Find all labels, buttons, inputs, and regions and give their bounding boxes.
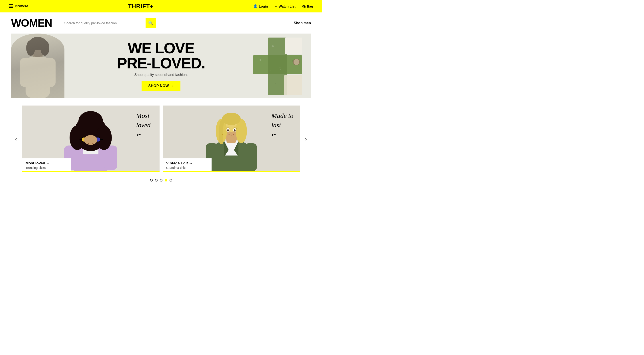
carousel-next-button[interactable]: › xyxy=(303,136,309,142)
search-row: WOMEN 🔍 Shop men xyxy=(0,12,322,34)
svg-point-16 xyxy=(78,111,103,131)
search-icon: 🔍 xyxy=(148,21,153,26)
svg-rect-3 xyxy=(44,58,56,87)
svg-rect-25 xyxy=(245,143,257,171)
carousel-card-vintage[interactable]: Made to last ↙ Vintage Edit → Grandma ch… xyxy=(163,106,300,172)
svg-point-7 xyxy=(40,40,49,56)
svg-point-6 xyxy=(26,40,35,56)
card-handwriting-line1: Most xyxy=(136,112,150,119)
card-yellow-bar-2 xyxy=(163,171,300,172)
main-header: ☰ Browse THRIFT+ 👤 Login ♡ Watch List 🛍 … xyxy=(0,0,322,12)
dot-4[interactable] xyxy=(165,179,167,182)
card-label-title-1: Most loved → xyxy=(26,161,67,166)
browse-icon: ☰ xyxy=(9,4,13,9)
svg-point-22 xyxy=(84,135,97,145)
dot-1[interactable] xyxy=(150,179,153,182)
login-button[interactable]: 👤 Login xyxy=(253,4,268,8)
browse-button[interactable]: ☰ Browse xyxy=(9,4,28,9)
card-handwriting-line1-2: Made to xyxy=(271,112,293,119)
bag-button[interactable]: 🛍 Bag xyxy=(302,4,313,8)
svg-point-37 xyxy=(227,129,229,132)
card-label-title-2: Vintage Edit → xyxy=(166,161,208,166)
card-handwriting-2: Made to last ↙ xyxy=(271,111,293,139)
svg-point-39 xyxy=(222,134,223,135)
bag-label: Bag xyxy=(307,4,313,8)
shop-men-link[interactable]: Shop men xyxy=(294,21,311,25)
carousel-card-most-loved[interactable]: Most loved ↙ Most loved → Trending picks… xyxy=(22,106,160,172)
carousel-section: ‹ xyxy=(0,98,322,186)
hero-person-left xyxy=(11,34,64,98)
login-label: Login xyxy=(259,4,268,8)
carousel-track-wrapper: ‹ xyxy=(0,106,322,172)
browse-label: Browse xyxy=(15,4,28,8)
hero-cta-button[interactable]: SHOP NOW → xyxy=(142,81,180,91)
svg-rect-2 xyxy=(20,58,31,87)
card-handwriting-line2: loved xyxy=(136,121,151,129)
hero-subtext: Shop quality secondhand fashion. xyxy=(117,73,205,77)
hero-headline-line1: WE LOVE xyxy=(117,40,205,56)
header-nav: 👤 Login ♡ Watch List 🛍 Bag xyxy=(253,4,313,8)
svg-point-34 xyxy=(222,113,241,125)
person-icon: 👤 xyxy=(253,4,258,8)
hero-headline-line2: PRE-LOVED. xyxy=(117,56,205,71)
collage-piece-cream xyxy=(284,75,302,95)
watchlist-label: Watch List xyxy=(279,4,295,8)
search-button[interactable]: 🔍 xyxy=(146,18,156,28)
hero-text: WE LOVE PRE-LOVED. Shop quality secondha… xyxy=(117,40,205,91)
hero-banner: WE LOVE PRE-LOVED. Shop quality secondha… xyxy=(11,34,311,98)
page-title: WOMEN xyxy=(11,17,52,29)
card-handwriting-line2-2: last xyxy=(271,121,281,129)
hero-collage xyxy=(253,38,302,95)
card-yellow-bar-1 xyxy=(22,171,160,172)
bag-icon: 🛍 xyxy=(302,4,306,8)
carousel-dots xyxy=(0,176,322,186)
collage-button xyxy=(293,59,300,65)
carousel-prev-button[interactable]: ‹ xyxy=(13,136,19,142)
heart-icon: ♡ xyxy=(274,4,277,8)
card-label-subtitle-2: Grandma chic. xyxy=(166,166,208,170)
card-label-1: Most loved → Trending picks. xyxy=(22,158,71,172)
site-logo[interactable]: THRIFT+ xyxy=(128,3,154,10)
dot-5[interactable] xyxy=(170,179,172,182)
watchlist-button[interactable]: ♡ Watch List xyxy=(274,4,295,8)
collage-piece-white xyxy=(285,38,302,54)
search-bar: 🔍 xyxy=(61,18,156,28)
card-label-subtitle-1: Trending picks. xyxy=(26,166,67,170)
dot-2[interactable] xyxy=(155,179,158,182)
search-input[interactable] xyxy=(61,18,146,28)
dot-3[interactable] xyxy=(160,179,162,182)
card-handwriting-1: Most loved ↙ xyxy=(136,111,151,139)
svg-point-38 xyxy=(234,129,236,132)
card-label-2: Vintage Edit → Grandma chic. xyxy=(163,158,212,172)
